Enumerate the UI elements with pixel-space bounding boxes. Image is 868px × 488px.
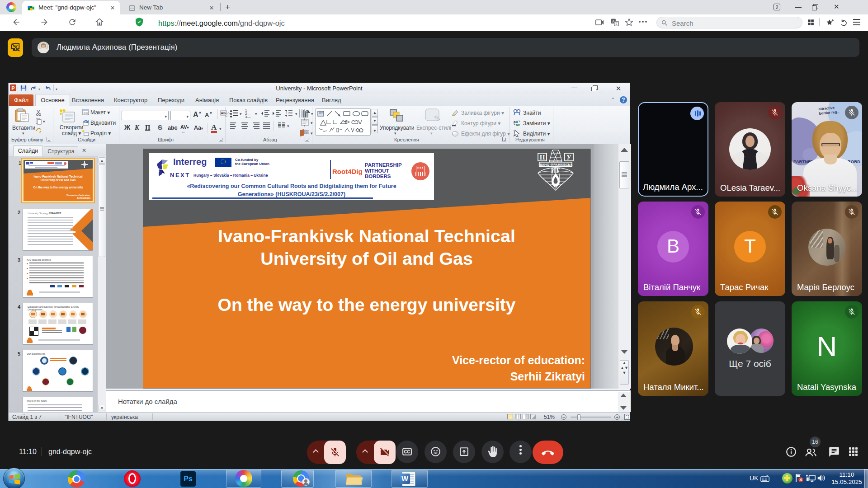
svg-text:Н: Н: [540, 154, 545, 161]
svg-text:ac: ac: [516, 123, 520, 127]
svg-text:У: У: [566, 154, 571, 161]
svg-text:АБ: АБ: [221, 111, 226, 115]
svg-text:文: 文: [615, 22, 618, 26]
svg-text:ІВАНО-ФРАНКІВСЬК: ІВАНО-ФРАНКІВСЬК: [538, 163, 573, 167]
